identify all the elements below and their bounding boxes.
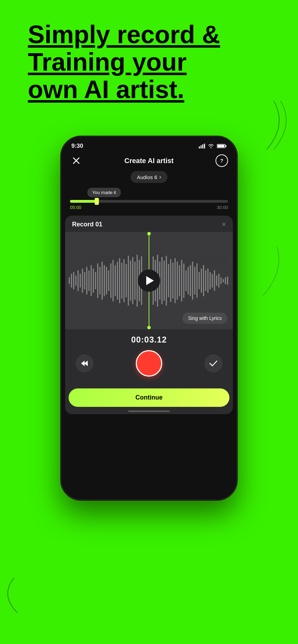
svg-rect-12 xyxy=(75,275,76,286)
svg-rect-54 xyxy=(177,261,178,300)
svg-rect-76 xyxy=(225,277,226,284)
timer-display: 00:03.12 xyxy=(76,335,222,345)
headline-text: Simply record & Training your own AI art… xyxy=(28,21,270,104)
svg-rect-30 xyxy=(115,265,116,296)
signal-icon xyxy=(199,144,205,148)
phone-mockup: 9:30 xyxy=(60,136,238,501)
svg-rect-65 xyxy=(201,268,202,293)
svg-rect-26 xyxy=(106,267,107,295)
rewind-icon xyxy=(80,360,89,367)
controls-row xyxy=(76,350,222,377)
app-header: Create AI artist ? xyxy=(62,153,236,171)
app-title: Create AI artist xyxy=(124,157,174,165)
progress-labels: 05:00 30:00 xyxy=(70,205,228,210)
rewind-button[interactable] xyxy=(76,354,94,372)
play-button[interactable] xyxy=(138,269,160,292)
svg-rect-66 xyxy=(203,265,204,296)
svg-rect-14 xyxy=(80,274,81,288)
svg-rect-57 xyxy=(183,263,184,298)
svg-rect-17 xyxy=(86,267,87,295)
progress-total: 30:00 xyxy=(217,205,228,210)
svg-rect-73 xyxy=(218,274,219,288)
svg-rect-67 xyxy=(205,270,206,291)
svg-rect-9 xyxy=(69,277,70,284)
decoration-curve-3 xyxy=(256,243,284,299)
battery-icon xyxy=(217,144,227,148)
check-button[interactable] xyxy=(204,354,222,372)
svg-rect-68 xyxy=(207,268,209,293)
svg-rect-74 xyxy=(220,277,221,284)
svg-rect-1 xyxy=(201,145,202,148)
svg-rect-55 xyxy=(179,265,180,296)
svg-rect-59 xyxy=(188,267,189,295)
sing-with-lyrics-button[interactable]: Sing with Lyrics xyxy=(182,313,227,324)
svg-rect-21 xyxy=(95,272,96,289)
check-icon xyxy=(209,360,218,367)
waveform-area: Sing with Lyrics xyxy=(65,232,233,329)
svg-rect-10 xyxy=(71,274,72,288)
svg-rect-2 xyxy=(202,144,203,148)
record-title: Record 01 xyxy=(72,221,102,228)
progress-bar-track xyxy=(70,200,228,203)
svg-rect-37 xyxy=(130,260,131,301)
svg-rect-70 xyxy=(212,274,213,288)
record-button[interactable] xyxy=(136,350,162,377)
decoration-curve-1 xyxy=(246,97,288,153)
svg-rect-52 xyxy=(172,263,173,299)
svg-rect-19 xyxy=(91,265,92,296)
svg-rect-18 xyxy=(88,270,89,291)
help-button[interactable]: ? xyxy=(215,154,228,167)
svg-rect-56 xyxy=(181,260,182,301)
svg-rect-63 xyxy=(196,263,197,298)
svg-rect-36 xyxy=(128,256,129,306)
svg-rect-29 xyxy=(112,260,113,301)
svg-rect-25 xyxy=(104,265,105,296)
svg-rect-35 xyxy=(126,264,127,297)
svg-rect-32 xyxy=(119,258,120,303)
progress-bar-fill xyxy=(70,200,97,203)
svg-rect-15 xyxy=(82,268,83,293)
svg-rect-5 xyxy=(226,145,227,147)
svg-rect-71 xyxy=(214,270,215,291)
close-button[interactable] xyxy=(70,154,83,167)
svg-rect-49 xyxy=(166,256,167,306)
status-icons xyxy=(199,144,227,148)
audios-pill-button[interactable]: Audios 6 › xyxy=(131,171,167,183)
audios-label: Audios 6 xyxy=(137,174,157,180)
headline-section: Simply record & Training your own AI art… xyxy=(28,21,270,104)
svg-rect-16 xyxy=(84,272,85,289)
sing-with-lyrics-label: Sing with Lyrics xyxy=(188,315,222,321)
svg-rect-27 xyxy=(108,270,109,291)
svg-rect-38 xyxy=(132,257,133,304)
svg-rect-34 xyxy=(124,259,125,302)
svg-rect-58 xyxy=(186,270,187,291)
svg-rect-13 xyxy=(78,270,79,291)
svg-rect-39 xyxy=(134,261,135,300)
svg-rect-47 xyxy=(162,257,163,304)
svg-rect-0 xyxy=(199,146,200,148)
play-triangle-icon xyxy=(146,276,154,285)
svg-rect-72 xyxy=(216,275,217,286)
svg-rect-31 xyxy=(117,261,118,300)
svg-rect-62 xyxy=(194,267,195,295)
svg-rect-6 xyxy=(218,145,225,147)
progress-marker xyxy=(95,198,99,205)
waveform-line-bottom-dot xyxy=(147,326,151,329)
progress-tooltip: You made it xyxy=(87,188,121,197)
record-close-button[interactable]: × xyxy=(222,220,226,228)
phone-shell: 9:30 xyxy=(60,136,238,501)
progress-current: 05:00 xyxy=(70,205,81,210)
continue-button[interactable]: Continue xyxy=(69,388,229,407)
svg-rect-61 xyxy=(192,261,193,300)
svg-rect-77 xyxy=(227,276,228,285)
status-time: 9:30 xyxy=(71,143,83,150)
svg-rect-24 xyxy=(102,261,103,300)
svg-rect-75 xyxy=(223,279,224,282)
svg-rect-20 xyxy=(93,268,94,293)
svg-rect-33 xyxy=(121,263,122,299)
progress-section: You made it 05:00 30:00 xyxy=(62,188,236,216)
svg-rect-60 xyxy=(190,265,191,296)
decoration-curve-2 xyxy=(7,574,42,616)
svg-rect-48 xyxy=(164,260,165,301)
chevron-right-icon: › xyxy=(159,174,161,180)
